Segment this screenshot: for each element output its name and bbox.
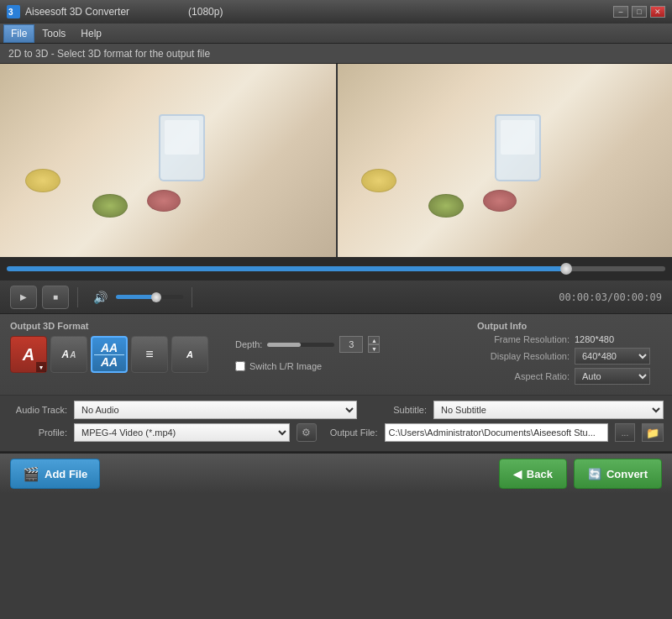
subtitle-label: Subtitle: <box>381 405 427 415</box>
format-lenticular-button[interactable]: A <box>171 336 208 373</box>
output-info-label: Output Info <box>477 321 662 331</box>
menu-help[interactable]: Help <box>73 24 109 43</box>
format-depth-button[interactable]: ≡ <box>131 336 168 373</box>
stop-button[interactable]: ■ <box>42 286 69 309</box>
depth-row: Depth: 3 ▲ ▼ <box>235 336 380 353</box>
switch-lr-checkbox[interactable] <box>235 361 245 371</box>
preview-area <box>0 64 672 257</box>
audio-track-label: Audio Track: <box>8 405 67 415</box>
volume-icon: 🔊 <box>93 291 108 304</box>
profile-output-row: Profile: MPEG-4 Video (*.mp4) AVI Video … <box>8 423 664 442</box>
film-icon: 🎬 <box>23 466 39 482</box>
window-controls: – □ ✕ <box>613 6 665 18</box>
audio-subtitle-row: Audio Track: No Audio Subtitle: No Subti… <box>8 401 664 419</box>
preview-left <box>0 64 336 257</box>
format-sidebyside-button[interactable]: AA <box>50 336 87 373</box>
macaron-pink-right <box>483 190 517 212</box>
macaron-green-left <box>92 194 128 218</box>
status-bar: 2D to 3D - Select 3D format for the outp… <box>0 44 672 64</box>
app-title: Aiseesoft 3D Converter (1080p) <box>25 6 613 18</box>
browse-button[interactable]: ... <box>615 423 635 442</box>
close-button[interactable]: ✕ <box>650 6 665 18</box>
bottom-controls: Audio Track: No Audio Subtitle: No Subti… <box>0 396 672 452</box>
display-resolution-label: Display Resolution: <box>477 351 570 361</box>
seek-track[interactable] <box>7 266 665 271</box>
depth-spinners: ▲ ▼ <box>368 336 380 353</box>
volume-thumb[interactable] <box>151 292 161 302</box>
profile-settings-button[interactable]: ⚙ <box>297 423 317 442</box>
depth-section: Depth: 3 ▲ ▼ Switch L/R Image <box>235 336 380 371</box>
subtitle-combo-wrap: No Subtitle <box>433 401 664 419</box>
output-file-label: Output File: <box>323 428 378 438</box>
settings-area: Output 3D Format A ▼ AA AA <box>0 314 672 396</box>
macaron-pink-left <box>147 190 181 212</box>
macaron-yellow-right <box>361 169 396 192</box>
back-icon: ◀ <box>513 468 522 480</box>
back-button[interactable]: ◀ Back <box>499 459 567 489</box>
minimize-button[interactable]: – <box>613 6 628 18</box>
profile-select[interactable]: MPEG-4 Video (*.mp4) AVI Video (*.avi) M… <box>74 423 290 442</box>
depth-value: 3 <box>339 336 363 353</box>
subtitle-section: Subtitle: No Subtitle <box>381 401 664 419</box>
display-resolution-select[interactable]: 640*480 800*600 1280*720 1920*1080 <box>575 348 650 365</box>
switch-lr-label: Switch L/R Image <box>249 361 322 371</box>
aspect-ratio-select[interactable]: Auto 4:3 16:9 16:10 <box>575 368 650 385</box>
depth-down[interactable]: ▼ <box>368 344 380 353</box>
title-bar: 3 Aiseesoft 3D Converter (1080p) – □ ✕ <box>0 0 672 24</box>
macaron-green-right <box>428 194 464 218</box>
preview-divider <box>336 64 338 257</box>
action-bar: 🎬 Add File ◀ Back 🔄 Convert <box>0 452 672 494</box>
preview-right <box>336 64 672 257</box>
anaglyph-dropdown-arrow[interactable]: ▼ <box>36 362 46 372</box>
menu-tools[interactable]: Tools <box>34 24 73 43</box>
volume-slider[interactable] <box>116 295 183 299</box>
depth-slider[interactable] <box>267 343 334 347</box>
add-file-label: Add File <box>45 468 87 480</box>
controls-separator-1 <box>77 287 78 307</box>
svg-text:3: 3 <box>8 8 13 17</box>
profile-combo-wrap: MPEG-4 Video (*.mp4) AVI Video (*.avi) M… <box>74 423 290 442</box>
preview-images <box>0 64 672 257</box>
display-resolution-row: Display Resolution: 640*480 800*600 1280… <box>477 348 662 365</box>
format-anaglyph-button[interactable]: A ▼ <box>10 336 47 373</box>
profile-label: Profile: <box>8 428 67 438</box>
app-icon: 3 <box>7 5 20 18</box>
back-label: Back <box>527 468 553 480</box>
maximize-button[interactable]: □ <box>632 6 647 18</box>
depth-up[interactable]: ▲ <box>368 336 380 344</box>
frame-resolution-label: Frame Resolution: <box>477 334 570 344</box>
controls-bar: ▶ ■ 🔊 00:00:03/00:00:09 <box>0 281 672 314</box>
glass-right <box>495 114 541 181</box>
status-text: 2D to 3D - Select 3D format for the outp… <box>8 48 210 60</box>
subtitle-select[interactable]: No Subtitle <box>433 401 664 419</box>
convert-label: Convert <box>606 468 648 480</box>
seek-thumb[interactable] <box>560 263 572 275</box>
convert-button[interactable]: 🔄 Convert <box>574 459 662 489</box>
frame-resolution-value: 1280*480 <box>575 334 614 344</box>
controls-separator-2 <box>192 287 192 307</box>
macaron-yellow-left <box>25 169 60 192</box>
play-button[interactable]: ▶ <box>10 286 37 309</box>
format-buttons: A ▼ AA AA AA <box>10 336 208 373</box>
volume-fill <box>116 295 156 299</box>
depth-label: Depth: <box>235 339 262 349</box>
frame-resolution-row: Frame Resolution: 1280*480 <box>477 334 662 344</box>
output-file-input[interactable] <box>385 423 609 442</box>
output-info-section: Output Info Frame Resolution: 1280*480 D… <box>477 321 662 388</box>
seek-bar-area <box>0 257 672 281</box>
depth-fill <box>267 343 301 347</box>
audio-track-combo-wrap: No Audio <box>74 401 357 419</box>
time-display: 00:00:03/00:00:09 <box>559 291 662 303</box>
convert-icon: 🔄 <box>588 468 601 480</box>
add-file-button[interactable]: 🎬 Add File <box>10 459 100 489</box>
switch-lr-row: Switch L/R Image <box>235 361 380 371</box>
format-topbottom-button[interactable]: AA AA <box>91 336 128 373</box>
aspect-ratio-label: Aspect Ratio: <box>477 371 570 381</box>
output-3d-label: Output 3D Format <box>10 321 208 331</box>
aspect-ratio-row: Aspect Ratio: Auto 4:3 16:9 16:10 <box>477 368 662 385</box>
output-3d-section: Output 3D Format A ▼ AA AA <box>10 321 208 373</box>
folder-button[interactable]: 📁 <box>642 423 664 442</box>
menu-file[interactable]: File <box>3 24 34 43</box>
glass-left <box>159 114 205 181</box>
audio-track-select[interactable]: No Audio <box>74 401 357 419</box>
